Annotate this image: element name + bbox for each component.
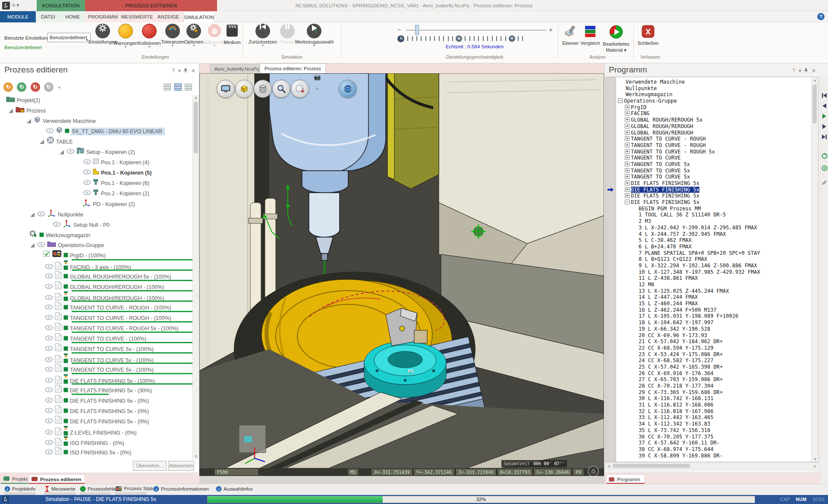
panel-help-icon[interactable]: ?	[172, 68, 175, 74]
code-line[interactable]: 23 C X-53.424 Y-175.086 DR+	[606, 351, 818, 358]
eye-icon[interactable]	[83, 188, 91, 199]
program-vscrollbar[interactable]: ▲ ▼	[811, 78, 818, 462]
eye-icon[interactable]	[37, 240, 45, 250]
program-tree-row[interactable]: +TANGENT TO CURVE - ROUGH	[606, 136, 818, 142]
tree-row[interactable]: TANGENT TO CURVE 5x - (100%)	[0, 343, 192, 354]
tree-row[interactable]: GLOBAL ROUGH/REROUGH - (100%)	[0, 281, 192, 291]
code-line[interactable]: 33 L X-112.442 Y-163.465	[606, 414, 818, 421]
program-tree-row[interactable]: +TANGENT TO CURVE - ROUGH 5x	[606, 149, 818, 155]
program-tree-row[interactable]: +TANGENT TO CURVE 5x	[606, 168, 818, 174]
code-line[interactable]: 5 L C-38.462 FMAX	[606, 237, 818, 244]
left-tree-scrollbar[interactable]: ▲▼	[192, 95, 199, 459]
eye-icon[interactable]	[53, 220, 61, 230]
code-line[interactable]: 27 C X-65.703 Y-159.986 DR+	[606, 376, 818, 383]
code-line[interactable]: 34 L X-112.342 Y-163.83	[606, 421, 818, 427]
panel-close-icon[interactable]: ✕	[191, 68, 195, 74]
eye-icon[interactable]	[45, 385, 53, 396]
code-line[interactable]: 7 PLANE SPATIAL SPA+0 SPB+20 SPC+0 STAY	[606, 250, 818, 257]
info-item-prozessfehler[interactable]: Prozessfehler	[80, 486, 118, 493]
eye-icon[interactable]	[83, 157, 91, 168]
expand-box-icon[interactable]: +	[625, 105, 630, 110]
collapse-box-icon[interactable]: −	[618, 98, 623, 103]
checkbox-icon[interactable]	[43, 250, 50, 261]
edit-pencil-icon[interactable]	[821, 178, 828, 185]
tree-row[interactable]: PO - Kopieren (2)	[0, 198, 192, 209]
viewport-tab-project[interactable]: Aero_butterfly.NcsPrj	[210, 64, 264, 73]
info-item-auswahlinfos[interactable]: iAuswahlinfos	[216, 486, 253, 493]
speed-tick-scale[interactable]: N✕	[397, 35, 553, 43]
output-device-icon[interactable]: ⎙	[588, 466, 599, 477]
play-icon[interactable]	[821, 113, 828, 120]
program-tree-row[interactable]: Nullpunkte	[606, 85, 818, 92]
reload-options-icon[interactable]: ↻	[44, 82, 54, 92]
tab-simulation[interactable]: SIMULATION	[183, 11, 214, 22]
program-tree-row[interactable]: +TANGENT TO CURVE	[606, 155, 818, 161]
help-icon[interactable]: ?	[817, 13, 825, 20]
context-group-prozess-editieren[interactable]: PROZESS EDITIEREN	[85, 0, 217, 11]
panel-close-icon[interactable]: ✕	[812, 68, 816, 74]
program-tree-row[interactable]: Werkzeugmagazin	[606, 91, 818, 98]
code-line[interactable]: 8 L B+Q121 C+Q122 FMAX	[606, 256, 818, 263]
tree-row[interactable]: TANGENT TO CURVE 5x - (100%)	[0, 354, 192, 364]
tab-projekt[interactable]: Projekt	[1, 474, 31, 484]
view-mode-1-icon[interactable]	[164, 83, 171, 91]
magnifier-icon[interactable]	[272, 80, 290, 98]
stock-cube-icon[interactable]	[235, 80, 253, 98]
snap-target-icon[interactable]: ⌖	[316, 85, 319, 91]
tree-row[interactable]: 5X_TT_DMG - DMU 60 EVO LINEAR	[0, 126, 192, 136]
eye-icon[interactable]	[45, 396, 53, 406]
expander-icon[interactable]	[27, 119, 31, 123]
tree-row[interactable]: DIE FLATS FINISHING 5x - (0%)	[0, 416, 192, 426]
program-tree-row[interactable]: +PrgID	[606, 104, 818, 111]
panel-menu-icon[interactable]: ▾	[178, 68, 181, 74]
tree-row[interactable]: TANGENT TO CURVE - ROUGH - (100%)	[0, 302, 192, 312]
code-line[interactable]: 25 C X-57.042 Y-165.398 DR+	[606, 364, 818, 370]
tree-row[interactable]: DIE FLATS FINISHING 5x - (100%)	[0, 374, 192, 385]
expand-box-icon[interactable]: +	[625, 187, 630, 192]
tree-row[interactable]: Pos.1 - Kopieren (4)	[0, 157, 192, 167]
workpiece-cylinder-icon[interactable]	[254, 80, 272, 98]
pin-icon[interactable]	[804, 68, 808, 74]
tab-anzeige[interactable]: ANZEIGE	[153, 11, 183, 22]
code-line[interactable]: 24 CC X-68.582 Y-175.227	[606, 357, 818, 364]
expander-icon[interactable]	[30, 213, 35, 217]
expander-icon[interactable]	[30, 243, 35, 247]
selection-filter-icon[interactable]	[291, 80, 309, 98]
tree-row[interactable]: Projekt(2)	[0, 95, 192, 105]
program-tree-row[interactable]: −DIE FLATS FINISHING 5x	[606, 199, 818, 206]
eye-icon[interactable]	[45, 313, 53, 323]
expand-box-icon[interactable]: +	[625, 149, 630, 154]
code-line[interactable]: 21 C X-57.042 Y-184.962 DR+	[606, 338, 818, 345]
program-tree-row[interactable]: +DIE FLATS FINISHING 5x	[606, 187, 818, 193]
expander-icon[interactable]	[60, 150, 64, 154]
tab-messwerte[interactable]: MESSWERTE	[121, 11, 153, 22]
code-line[interactable]: 15 L Z-460.244 FMAX	[606, 301, 818, 307]
tree-row[interactable]: TANGENT TO CURVE - (100%)	[0, 333, 192, 343]
panel-help-icon[interactable]: ?	[792, 68, 795, 74]
code-line[interactable]: 2 M3	[606, 218, 818, 225]
tree-row[interactable]: FACING - 3 axis - (100%)	[0, 260, 192, 271]
tree-row[interactable]: Verwendete Maschine	[0, 116, 192, 126]
program-tree-row[interactable]: +FACING	[606, 110, 818, 117]
code-line[interactable]: 11 L Z-438.861 FMAX	[606, 275, 818, 282]
program-tree-row[interactable]: +GLOBAL ROUGH/REROUGH	[606, 130, 818, 136]
loop-icon[interactable]	[821, 152, 828, 160]
expand-box-icon[interactable]: +	[625, 117, 630, 122]
reload-orange-icon[interactable]: ↻	[3, 82, 13, 92]
expander-icon[interactable]	[40, 140, 44, 144]
code-line[interactable]: 37 C X-57.642 Y-160.11 DR-	[606, 440, 818, 446]
tab-prozess-editieren[interactable]: Prozess editieren	[28, 474, 85, 484]
tree-row[interactable]: Setup Null - P0	[0, 219, 192, 229]
normal-speed-badge[interactable]: N	[456, 35, 462, 42]
tree-row[interactable]: DIE FLATS FINISHING 5x - (0%)	[0, 405, 192, 416]
info-item-projektinfo[interactable]: iProjektinfo	[4, 486, 35, 493]
expand-box-icon[interactable]: +	[625, 155, 630, 160]
expand-box-icon[interactable]: +	[625, 111, 630, 116]
eye-icon[interactable]	[45, 334, 53, 344]
code-line[interactable]: 4 L X-244.757 Z-302.945 FMAX	[606, 231, 818, 238]
cancel-button[interactable]: Abbrechen	[168, 461, 194, 471]
view-mode-2-icon[interactable]	[174, 83, 182, 91]
tab-programm[interactable]: PROGRAMM	[85, 11, 121, 22]
chevron-down-icon[interactable]: ▼	[57, 86, 61, 90]
viewport-tab-process[interactable]: Prozess editieren: Prozess	[260, 63, 326, 73]
